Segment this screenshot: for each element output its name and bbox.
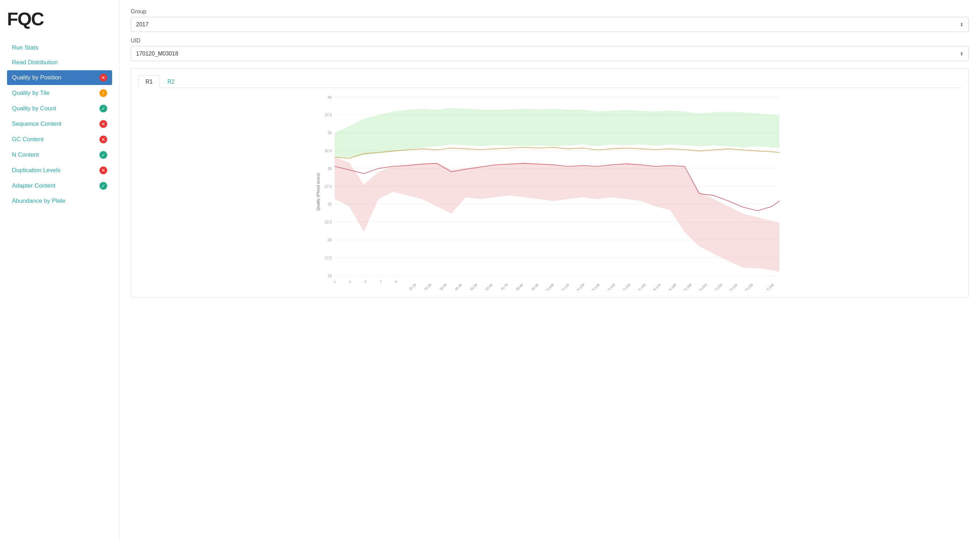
sidebar-nav: Run StatsRead DistributionQuality by Pos… <box>7 41 112 208</box>
svg-text:155-159: 155-159 <box>620 283 631 290</box>
sidebar-item-label: Run Stats <box>12 44 38 51</box>
sidebar-item-label: Read Distribution <box>12 59 58 66</box>
main-content: Group 201720162018 UID 170120_M03018 R1 … <box>119 0 980 541</box>
svg-text:32.5: 32.5 <box>325 149 332 153</box>
status-icon-fail: ✕ <box>99 120 107 128</box>
status-icon-warn: ! <box>99 89 107 97</box>
svg-text:245-249: 245-249 <box>764 283 775 290</box>
svg-text:55-59: 55-59 <box>469 283 478 290</box>
svg-text:9: 9 <box>395 280 397 284</box>
status-icon-fail: ✕ <box>99 167 107 174</box>
sidebar-item-label: Quality by Position <box>12 74 62 81</box>
status-icon-fail: ✕ <box>99 74 107 81</box>
sidebar-item-duplication-levels[interactable]: Duplication Levels✕ <box>7 163 112 178</box>
status-icon-pass: ✓ <box>99 105 107 113</box>
chart-area: Quality (Phred score) 40 37.5 35 32.5 30… <box>138 94 961 290</box>
svg-text:25: 25 <box>328 202 332 206</box>
uid-select-wrapper: 170120_M03018 <box>131 46 969 61</box>
group-label: Group <box>131 8 969 15</box>
svg-text:145-149: 145-149 <box>605 283 616 290</box>
svg-text:65-69: 65-69 <box>485 283 493 290</box>
sidebar-item-label: Quality by Tile <box>12 90 49 97</box>
svg-text:165-169: 165-169 <box>636 283 646 290</box>
svg-text:95-99: 95-99 <box>531 283 539 290</box>
svg-text:30: 30 <box>328 167 332 171</box>
sidebar-item-read-distribution[interactable]: Read Distribution <box>7 56 112 70</box>
svg-text:215-219: 215-219 <box>712 283 723 290</box>
svg-text:17.5: 17.5 <box>325 256 332 260</box>
group-field: Group 201720162018 <box>131 8 969 32</box>
sidebar-item-label: Duplication Levels <box>12 167 60 174</box>
svg-text:45-49: 45-49 <box>454 283 463 290</box>
sidebar-item-quality-by-count[interactable]: Quality by Count✓ <box>7 101 112 116</box>
svg-text:15: 15 <box>328 274 332 278</box>
svg-text:185-189: 185-189 <box>666 283 677 290</box>
tab-r1[interactable]: R1 <box>138 76 160 88</box>
tab-r2[interactable]: R2 <box>160 76 182 88</box>
svg-text:35-39: 35-39 <box>439 283 447 290</box>
app-logo: FQC <box>7 8 112 30</box>
svg-text:75-79: 75-79 <box>500 283 509 290</box>
svg-text:115-119: 115-119 <box>559 283 570 290</box>
chart-tabs: R1 R2 <box>138 76 961 88</box>
sidebar-item-adapter-content[interactable]: Adapter Content✓ <box>7 178 112 193</box>
sidebar-item-quality-by-tile[interactable]: Quality by Tile! <box>7 86 112 100</box>
sidebar-item-n-content[interactable]: N Content✓ <box>7 148 112 162</box>
sidebar-item-quality-by-position[interactable]: Quality by Position✕ <box>7 70 112 85</box>
svg-text:7: 7 <box>380 280 381 284</box>
svg-text:20: 20 <box>328 238 332 242</box>
sidebar-item-label: GC Content <box>12 136 44 143</box>
quality-chart: Quality (Phred score) 40 37.5 35 32.5 30… <box>138 94 961 290</box>
sidebar-item-label: Adapter Content <box>12 182 56 189</box>
sidebar-item-run-stats[interactable]: Run Stats <box>7 41 112 55</box>
y-axis-label: Quality (Phred score) <box>316 173 320 211</box>
svg-text:85-89: 85-89 <box>515 283 524 290</box>
svg-text:235-239: 235-239 <box>742 283 753 290</box>
uid-label: UID <box>131 38 969 44</box>
svg-text:3: 3 <box>349 280 351 284</box>
svg-text:40: 40 <box>328 95 332 99</box>
chart-panel: R1 R2 Quality (Phred score) 40 37.5 35 3… <box>131 68 969 298</box>
svg-text:22.5: 22.5 <box>325 220 332 224</box>
svg-text:205-209: 205-209 <box>697 283 708 290</box>
sidebar-item-gc-content[interactable]: GC Content✕ <box>7 132 112 147</box>
svg-text:25-29: 25-29 <box>423 283 432 290</box>
uid-field: UID 170120_M03018 <box>131 38 969 61</box>
sidebar-item-label: Sequence Content <box>12 121 62 127</box>
status-icon-fail: ✕ <box>99 136 107 143</box>
sidebar-item-sequence-content[interactable]: Sequence Content✕ <box>7 117 112 132</box>
svg-text:27.5: 27.5 <box>325 185 332 189</box>
status-icon-pass: ✓ <box>99 151 107 159</box>
svg-text:15-19: 15-19 <box>409 283 417 290</box>
sidebar-item-label: Abundance by Plate <box>12 197 65 205</box>
sidebar-item-label: Quality by Count <box>12 105 56 112</box>
status-icon-pass: ✓ <box>99 182 107 190</box>
svg-text:125-129: 125-129 <box>574 283 585 290</box>
svg-text:105-109: 105-109 <box>543 283 554 290</box>
sidebar: FQC Run StatsRead DistributionQuality by… <box>0 0 119 541</box>
svg-text:37.5: 37.5 <box>325 113 332 117</box>
group-select[interactable]: 201720162018 <box>131 17 969 32</box>
svg-text:225-229: 225-229 <box>727 283 738 290</box>
group-select-wrapper: 201720162018 <box>131 17 969 32</box>
svg-text:175-179: 175-179 <box>651 283 662 290</box>
svg-text:5: 5 <box>364 280 366 284</box>
svg-text:1: 1 <box>334 280 336 284</box>
svg-text:135-139: 135-139 <box>589 283 600 290</box>
svg-text:35: 35 <box>328 131 332 135</box>
svg-text:195-199: 195-199 <box>681 283 692 290</box>
uid-select[interactable]: 170120_M03018 <box>131 46 969 61</box>
sidebar-item-abundance-by-plate[interactable]: Abundance by Plate <box>7 194 112 208</box>
sidebar-item-label: N Content <box>12 151 39 159</box>
